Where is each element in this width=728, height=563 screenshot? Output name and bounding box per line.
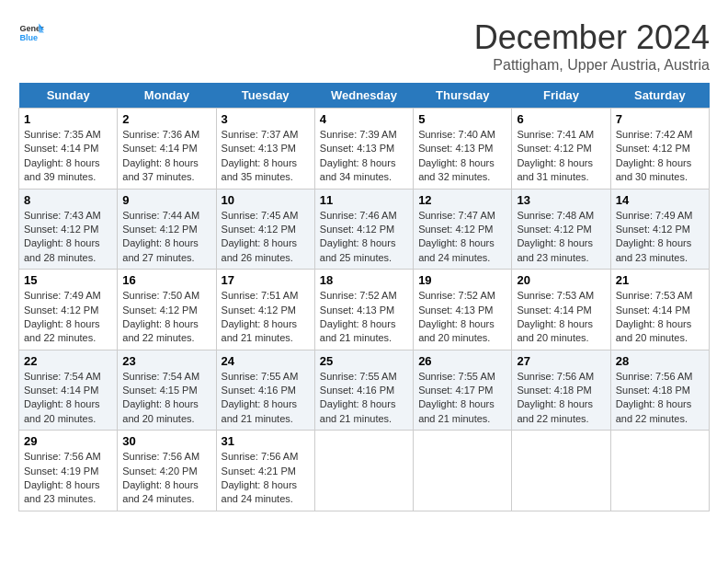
calendar-cell: 28 Sunrise: 7:56 AMSunset: 4:18 PMDaylig… [610, 350, 709, 431]
week-row-3: 15 Sunrise: 7:49 AMSunset: 4:12 PMDaylig… [19, 270, 710, 350]
calendar-cell: 10 Sunrise: 7:45 AMSunset: 4:12 PMDaylig… [216, 189, 314, 270]
calendar-cell: 12 Sunrise: 7:47 AMSunset: 4:12 PMDaylig… [414, 189, 512, 270]
day-detail: Sunrise: 7:43 AMSunset: 4:12 PMDaylight:… [24, 210, 101, 263]
calendar-cell: 17 Sunrise: 7:51 AMSunset: 4:12 PMDaylig… [216, 270, 314, 350]
calendar-cell: 21 Sunrise: 7:53 AMSunset: 4:14 PMDaylig… [610, 270, 709, 350]
calendar-cell: 2 Sunrise: 7:36 AMSunset: 4:14 PMDayligh… [118, 109, 216, 190]
day-number: 27 [517, 354, 605, 368]
day-number: 11 [320, 193, 408, 207]
day-detail: Sunrise: 7:37 AMSunset: 4:13 PMDaylight:… [222, 129, 299, 182]
calendar-cell: 7 Sunrise: 7:42 AMSunset: 4:12 PMDayligh… [610, 109, 709, 190]
day-detail: Sunrise: 7:54 AMSunset: 4:15 PMDaylight:… [122, 371, 199, 424]
day-detail: Sunrise: 7:41 AMSunset: 4:12 PMDaylight:… [517, 129, 594, 182]
day-number: 12 [418, 193, 506, 207]
weekday-header-tuesday: Tuesday [216, 83, 314, 109]
day-number: 2 [122, 112, 210, 126]
weekday-header-monday: Monday [118, 83, 216, 109]
day-detail: Sunrise: 7:56 AMSunset: 4:19 PMDaylight:… [24, 451, 101, 504]
day-detail: Sunrise: 7:55 AMSunset: 4:17 PMDaylight:… [418, 371, 495, 424]
calendar-cell: 6 Sunrise: 7:41 AMSunset: 4:12 PMDayligh… [512, 109, 610, 190]
calendar-cell: 23 Sunrise: 7:54 AMSunset: 4:15 PMDaylig… [118, 350, 216, 431]
day-number: 24 [222, 354, 310, 368]
day-detail: Sunrise: 7:52 AMSunset: 4:13 PMDaylight:… [320, 290, 397, 343]
calendar-cell: 20 Sunrise: 7:53 AMSunset: 4:14 PMDaylig… [512, 270, 610, 350]
day-detail: Sunrise: 7:51 AMSunset: 4:12 PMDaylight:… [222, 290, 299, 343]
calendar-cell [414, 431, 512, 511]
day-number: 22 [24, 354, 112, 368]
day-number: 10 [222, 193, 310, 207]
day-detail: Sunrise: 7:40 AMSunset: 4:13 PMDaylight:… [418, 129, 495, 182]
calendar-cell: 1 Sunrise: 7:35 AMSunset: 4:14 PMDayligh… [19, 109, 118, 190]
day-detail: Sunrise: 7:36 AMSunset: 4:14 PMDaylight:… [122, 129, 199, 182]
day-number: 23 [122, 354, 210, 368]
calendar-cell [512, 431, 610, 511]
page-header: General Blue December 2024 Pattigham, Up… [18, 18, 710, 74]
day-number: 31 [222, 434, 310, 448]
calendar-cell: 16 Sunrise: 7:50 AMSunset: 4:12 PMDaylig… [118, 270, 216, 350]
day-number: 7 [616, 112, 704, 126]
day-number: 4 [320, 112, 408, 126]
calendar-cell: 27 Sunrise: 7:56 AMSunset: 4:18 PMDaylig… [512, 350, 610, 431]
calendar-cell: 24 Sunrise: 7:55 AMSunset: 4:16 PMDaylig… [216, 350, 314, 431]
logo-icon: General Blue [18, 18, 44, 44]
calendar-cell: 13 Sunrise: 7:48 AMSunset: 4:12 PMDaylig… [512, 189, 610, 270]
day-detail: Sunrise: 7:56 AMSunset: 4:18 PMDaylight:… [517, 371, 594, 424]
weekday-header-sunday: Sunday [19, 83, 118, 109]
calendar-cell: 3 Sunrise: 7:37 AMSunset: 4:13 PMDayligh… [216, 109, 314, 190]
calendar-cell: 29 Sunrise: 7:56 AMSunset: 4:19 PMDaylig… [19, 431, 118, 511]
weekday-header-wednesday: Wednesday [314, 83, 413, 109]
day-detail: Sunrise: 7:42 AMSunset: 4:12 PMDaylight:… [616, 129, 693, 182]
day-number: 3 [222, 112, 310, 126]
day-detail: Sunrise: 7:49 AMSunset: 4:12 PMDaylight:… [616, 210, 693, 263]
day-number: 13 [517, 193, 605, 207]
weekday-header-thursday: Thursday [414, 83, 512, 109]
calendar-cell: 18 Sunrise: 7:52 AMSunset: 4:13 PMDaylig… [314, 270, 413, 350]
day-number: 14 [616, 193, 704, 207]
day-number: 17 [222, 273, 310, 287]
day-number: 19 [418, 273, 506, 287]
day-number: 28 [616, 354, 704, 368]
month-title: December 2024 [474, 18, 710, 57]
day-detail: Sunrise: 7:56 AMSunset: 4:21 PMDaylight:… [222, 451, 299, 504]
day-number: 6 [517, 112, 605, 126]
calendar-cell [610, 431, 709, 511]
day-detail: Sunrise: 7:56 AMSunset: 4:20 PMDaylight:… [122, 451, 199, 504]
location-title: Pattigham, Upper Austria, Austria [474, 57, 710, 74]
day-detail: Sunrise: 7:46 AMSunset: 4:12 PMDaylight:… [320, 210, 397, 263]
day-number: 5 [418, 112, 506, 126]
day-number: 21 [616, 273, 704, 287]
calendar-cell: 22 Sunrise: 7:54 AMSunset: 4:14 PMDaylig… [19, 350, 118, 431]
day-number: 15 [24, 273, 112, 287]
calendar-cell: 25 Sunrise: 7:55 AMSunset: 4:16 PMDaylig… [314, 350, 413, 431]
day-number: 26 [418, 354, 506, 368]
calendar-cell: 5 Sunrise: 7:40 AMSunset: 4:13 PMDayligh… [414, 109, 512, 190]
day-number: 25 [320, 354, 408, 368]
day-detail: Sunrise: 7:50 AMSunset: 4:12 PMDaylight:… [122, 290, 199, 343]
calendar-cell: 8 Sunrise: 7:43 AMSunset: 4:12 PMDayligh… [19, 189, 118, 270]
day-number: 16 [122, 273, 210, 287]
day-number: 18 [320, 273, 408, 287]
day-detail: Sunrise: 7:55 AMSunset: 4:16 PMDaylight:… [222, 371, 299, 424]
calendar-cell [314, 431, 413, 511]
title-block: December 2024 Pattigham, Upper Austria, … [474, 18, 710, 74]
weekday-header-row: SundayMondayTuesdayWednesdayThursdayFrid… [19, 83, 710, 109]
calendar-cell: 19 Sunrise: 7:52 AMSunset: 4:13 PMDaylig… [414, 270, 512, 350]
calendar-cell: 31 Sunrise: 7:56 AMSunset: 4:21 PMDaylig… [216, 431, 314, 511]
day-detail: Sunrise: 7:35 AMSunset: 4:14 PMDaylight:… [24, 129, 101, 182]
day-detail: Sunrise: 7:47 AMSunset: 4:12 PMDaylight:… [418, 210, 495, 263]
logo: General Blue [18, 18, 44, 44]
weekday-header-saturday: Saturday [610, 83, 709, 109]
day-number: 20 [517, 273, 605, 287]
week-row-5: 29 Sunrise: 7:56 AMSunset: 4:19 PMDaylig… [19, 431, 710, 511]
day-detail: Sunrise: 7:53 AMSunset: 4:14 PMDaylight:… [616, 290, 693, 343]
calendar-cell: 15 Sunrise: 7:49 AMSunset: 4:12 PMDaylig… [19, 270, 118, 350]
calendar-cell: 30 Sunrise: 7:56 AMSunset: 4:20 PMDaylig… [118, 431, 216, 511]
day-detail: Sunrise: 7:56 AMSunset: 4:18 PMDaylight:… [616, 371, 693, 424]
day-detail: Sunrise: 7:55 AMSunset: 4:16 PMDaylight:… [320, 371, 397, 424]
day-detail: Sunrise: 7:45 AMSunset: 4:12 PMDaylight:… [222, 210, 299, 263]
week-row-1: 1 Sunrise: 7:35 AMSunset: 4:14 PMDayligh… [19, 109, 710, 190]
day-detail: Sunrise: 7:48 AMSunset: 4:12 PMDaylight:… [517, 210, 594, 263]
svg-text:Blue: Blue [19, 33, 38, 42]
calendar-cell: 4 Sunrise: 7:39 AMSunset: 4:13 PMDayligh… [314, 109, 413, 190]
day-number: 30 [122, 434, 210, 448]
